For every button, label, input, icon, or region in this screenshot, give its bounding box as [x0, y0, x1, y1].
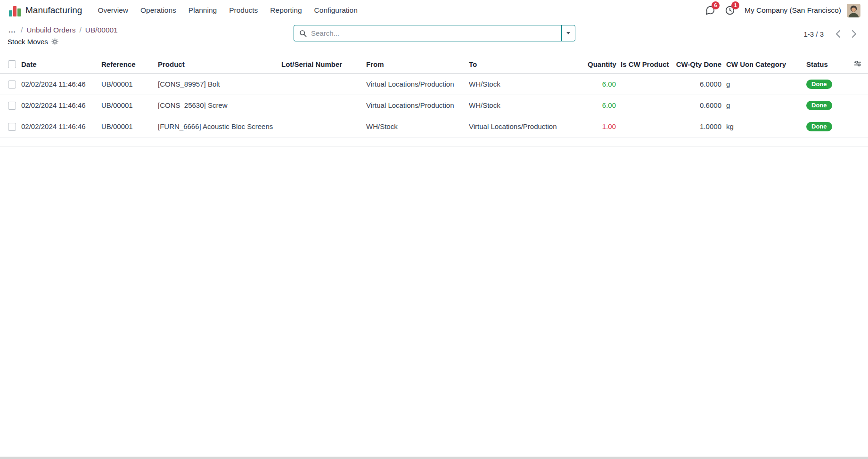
product-cell[interactable]: [CONS_25630] Screw — [156, 95, 279, 116]
cw-uom-cell[interactable]: kg — [724, 116, 753, 137]
status-cell[interactable]: Done — [804, 95, 848, 116]
lot-serial-cell[interactable] — [279, 95, 364, 116]
pager-value: 1-3 / 3 — [803, 30, 824, 38]
cw-qty-done-cell[interactable]: 6.0000 — [671, 74, 724, 95]
horizontal-scrollbar[interactable] — [0, 457, 868, 459]
column-header-to[interactable]: To — [467, 55, 585, 74]
messages-badge: 6 — [712, 1, 720, 9]
to-cell[interactable]: WH/Stock — [467, 74, 585, 95]
quantity-value: 1.00 — [602, 122, 616, 130]
search-bar — [294, 25, 575, 41]
quantity-cell[interactable]: 6.00 — [585, 74, 618, 95]
gear-icon[interactable] — [51, 38, 58, 45]
caret-down-icon — [566, 32, 570, 34]
menu-products[interactable]: Products — [223, 2, 264, 19]
cw-uom-cell[interactable]: g — [724, 74, 753, 95]
column-header-product[interactable]: Product — [156, 55, 279, 74]
app-menus: Overview Operations Planning Products Re… — [91, 2, 363, 19]
activities-button[interactable]: 1 — [723, 3, 737, 17]
product-cell[interactable]: [FURN_6666] Acoustic Bloc Screens — [156, 116, 279, 137]
search-input[interactable] — [311, 29, 556, 37]
quantity-cell[interactable]: 1.00 — [585, 116, 618, 137]
status-cell[interactable]: Done — [804, 74, 848, 95]
menu-reporting[interactable]: Reporting — [264, 2, 308, 19]
manufacturing-app-icon — [8, 4, 21, 17]
cw-qty-done-cell[interactable]: 0.6000 — [671, 95, 724, 116]
table-footer — [0, 137, 868, 146]
company-switcher[interactable]: My Company (San Francisco) — [745, 6, 841, 15]
row-checkbox[interactable] — [8, 123, 16, 131]
table-row[interactable]: 02/02/2024 11:46:46 UB/00001 [FURN_6666]… — [0, 116, 868, 137]
row-checkbox[interactable] — [8, 102, 16, 110]
category-cell[interactable] — [753, 116, 804, 137]
reference-cell[interactable]: UB/00001 — [99, 116, 156, 137]
breadcrumb-current-record[interactable]: UB/00001 — [85, 26, 118, 34]
from-cell[interactable]: WH/Stock — [364, 116, 467, 137]
select-all-checkbox[interactable] — [8, 60, 16, 68]
search-options-toggle[interactable] — [561, 25, 575, 41]
breadcrumb-separator: / — [79, 26, 81, 34]
stock-moves-list: Date Reference Product Lot/Serial Number… — [0, 55, 868, 146]
status-badge: Done — [806, 122, 832, 131]
breadcrumb: ... / Unbuild Orders / UB/00001 — [8, 25, 294, 35]
column-header-cw-uom[interactable]: CW Uom — [724, 55, 753, 74]
messages-button[interactable]: 6 — [703, 3, 717, 17]
table-row[interactable]: 02/02/2024 11:46:46 UB/00001 [CONS_25630… — [0, 95, 868, 116]
status-badge: Done — [806, 101, 832, 110]
app-name: Manufacturing — [25, 5, 82, 16]
stock-moves-tbody: 02/02/2024 11:46:46 UB/00001 [CONS_89957… — [0, 74, 868, 137]
column-header-lot-serial[interactable]: Lot/Serial Number — [279, 55, 364, 74]
optional-columns-icon[interactable] — [854, 60, 861, 67]
date-cell[interactable]: 02/02/2024 11:46:46 — [19, 74, 99, 95]
is-cw-product-cell[interactable] — [618, 116, 671, 137]
to-cell[interactable]: WH/Stock — [467, 95, 585, 116]
user-avatar[interactable] — [847, 4, 860, 17]
from-cell[interactable]: Virtual Locations/Production — [364, 74, 467, 95]
lot-serial-cell[interactable] — [279, 74, 364, 95]
chevron-right-icon — [852, 30, 857, 38]
menu-operations[interactable]: Operations — [134, 2, 182, 19]
product-cell[interactable]: [CONS_89957] Bolt — [156, 74, 279, 95]
date-cell[interactable]: 02/02/2024 11:46:46 — [19, 95, 99, 116]
menu-configuration[interactable]: Configuration — [308, 2, 364, 19]
column-header-cw-qty-done[interactable]: CW-Qty Done — [671, 55, 724, 74]
reference-cell[interactable]: UB/00001 — [99, 74, 156, 95]
from-cell[interactable]: Virtual Locations/Production — [364, 95, 467, 116]
lot-serial-cell[interactable] — [279, 116, 364, 137]
to-cell[interactable]: Virtual Locations/Production — [467, 116, 585, 137]
quantity-cell[interactable]: 6.00 — [585, 95, 618, 116]
stock-moves-table: Date Reference Product Lot/Serial Number… — [0, 55, 868, 137]
breadcrumb-ellipsis-button[interactable]: ... — [8, 26, 17, 34]
table-header-row: Date Reference Product Lot/Serial Number… — [0, 55, 868, 74]
reference-cell[interactable]: UB/00001 — [99, 95, 156, 116]
status-cell[interactable]: Done — [804, 116, 848, 137]
cw-uom-cell[interactable]: g — [724, 95, 753, 116]
breadcrumb-separator: / — [21, 26, 23, 34]
column-header-reference[interactable]: Reference — [99, 55, 156, 74]
category-cell[interactable] — [753, 95, 804, 116]
date-cell[interactable]: 02/02/2024 11:46:46 — [19, 116, 99, 137]
pager-previous-button[interactable] — [830, 27, 845, 41]
pager-next-button[interactable] — [846, 27, 861, 41]
row-checkbox[interactable] — [8, 81, 16, 89]
navbar-systray: 6 1 My Company (San Francisco) — [703, 3, 860, 17]
is-cw-product-cell[interactable] — [618, 95, 671, 116]
top-navbar: Manufacturing Overview Operations Planni… — [0, 0, 868, 21]
table-row[interactable]: 02/02/2024 11:46:46 UB/00001 [CONS_89957… — [0, 74, 868, 95]
chevron-left-icon — [835, 30, 841, 38]
cw-qty-done-cell[interactable]: 1.0000 — [671, 116, 724, 137]
menu-planning[interactable]: Planning — [182, 2, 223, 19]
view-title: Stock Moves — [8, 38, 48, 46]
breadcrumb-unbuild-orders[interactable]: Unbuild Orders — [26, 26, 75, 34]
app-menu-toggle[interactable]: Manufacturing — [5, 4, 86, 17]
is-cw-product-cell[interactable] — [618, 74, 671, 95]
column-header-from[interactable]: From — [364, 55, 467, 74]
control-panel: ... / Unbuild Orders / UB/00001 Stock Mo… — [0, 21, 868, 49]
category-cell[interactable] — [753, 74, 804, 95]
column-header-is-cw-product[interactable]: Is CW Product — [618, 55, 671, 74]
menu-overview[interactable]: Overview — [91, 2, 134, 19]
column-header-status[interactable]: Status — [804, 55, 848, 74]
column-header-date[interactable]: Date — [19, 55, 99, 74]
column-header-quantity[interactable]: Quantity — [585, 55, 618, 74]
column-header-category[interactable]: Category — [753, 55, 804, 74]
